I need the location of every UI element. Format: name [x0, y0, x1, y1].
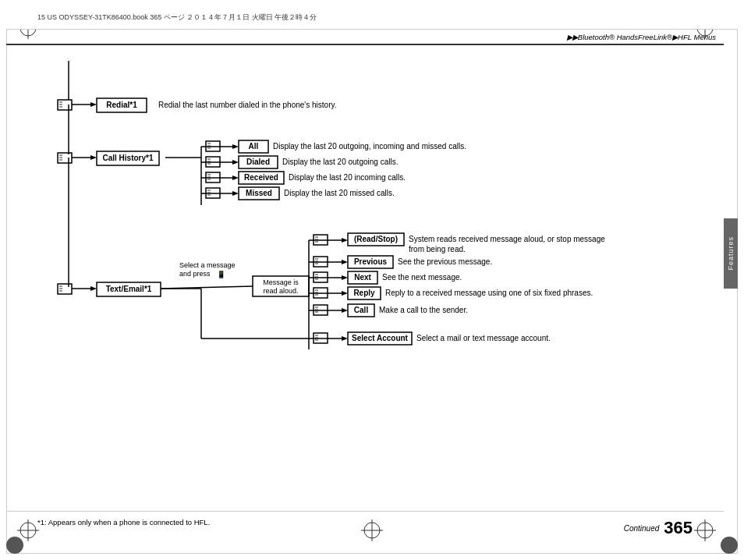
svg-text:Display the last 20 outgoing c: Display the last 20 outgoing calls.: [282, 158, 398, 166]
page-title: ▶▶Bluetooth® HandsFreeLink®▶HFL Menus: [567, 33, 716, 41]
svg-text:Call: Call: [354, 306, 369, 314]
page-title-bar: ▶▶Bluetooth® HandsFreeLink®▶HFL Menus: [6, 30, 724, 45]
hfl-diagram: Redial*1 Redial the last number dialed i…: [30, 61, 700, 365]
svg-text:Make a call to the sender.: Make a call to the sender.: [379, 306, 468, 314]
svg-text:Reply to a received message us: Reply to a received message using one of…: [385, 289, 593, 297]
svg-rect-77: [58, 284, 72, 294]
svg-text:See the next message.: See the next message.: [382, 273, 462, 282]
footer-page: Continued 365: [624, 518, 693, 538]
sidebar-label: Features: [727, 236, 735, 271]
svg-text:Next: Next: [354, 273, 371, 282]
svg-marker-122: [342, 275, 348, 280]
continued-label: Continued: [624, 524, 660, 533]
svg-marker-142: [342, 308, 348, 313]
svg-text:Received: Received: [244, 173, 278, 182]
svg-rect-16: [58, 100, 72, 110]
svg-text:Reply: Reply: [353, 289, 375, 297]
svg-marker-52: [232, 160, 239, 165]
svg-marker-72: [232, 191, 239, 196]
svg-text:Call History*1: Call History*1: [102, 154, 153, 162]
svg-rect-26: [58, 153, 72, 163]
svg-text:📱: 📱: [217, 270, 226, 279]
svg-line-157: [161, 286, 253, 289]
page-number: 365: [664, 518, 693, 538]
svg-marker-31: [90, 155, 97, 160]
svg-text:read aloud.: read aloud.: [263, 287, 298, 295]
footer: *1: Appears only when a phone is connect…: [6, 511, 724, 554]
svg-text:(Read/Stop): (Read/Stop): [354, 235, 398, 243]
svg-text:System reads received message : System reads received message aloud, or …: [409, 235, 605, 243]
svg-text:Missed: Missed: [246, 189, 272, 197]
svg-text:Select Account: Select Account: [352, 334, 409, 342]
svg-marker-82: [90, 286, 97, 291]
svg-marker-132: [342, 291, 348, 296]
svg-text:Select a message: Select a message: [179, 261, 236, 269]
svg-marker-21: [90, 102, 97, 107]
svg-marker-153: [342, 336, 348, 341]
svg-text:from being read.: from being read.: [409, 245, 466, 253]
footer-note: *1: Appears only when a phone is connect…: [37, 518, 624, 526]
svg-text:All: All: [249, 142, 259, 151]
svg-text:Display the last 20 outgoing, : Display the last 20 outgoing, incoming a…: [273, 142, 466, 151]
svg-text:and press: and press: [179, 270, 211, 278]
svg-marker-42: [232, 144, 239, 149]
main-content: Redial*1 Redial the last number dialed i…: [6, 45, 724, 513]
svg-text:Message is: Message is: [263, 278, 299, 286]
svg-text:Display the last 20 incoming c: Display the last 20 incoming calls.: [289, 173, 406, 182]
footnote-text: *1: Appears only when a phone is connect…: [37, 518, 210, 526]
svg-marker-112: [342, 260, 348, 264]
svg-text:Previous: Previous: [354, 257, 388, 266]
svg-text:Redial the last number dialed : Redial the last number dialed in the pho…: [158, 101, 337, 109]
svg-text:Display the last 20 missed cal: Display the last 20 missed calls.: [284, 189, 395, 197]
svg-text:Text/Email*1: Text/Email*1: [106, 285, 152, 293]
svg-text:Dialed: Dialed: [246, 158, 270, 166]
svg-text:Select a mail or text message : Select a mail or text message account.: [416, 334, 551, 342]
svg-text:See the previous message.: See the previous message.: [398, 257, 492, 266]
file-info: 15 US ODYSSEY-31TK86400.book 365 ページ ２０１…: [37, 12, 317, 23]
top-header: 15 US ODYSSEY-31TK86400.book 365 ページ ２０１…: [6, 6, 738, 30]
svg-marker-101: [342, 238, 348, 243]
sidebar-tab: Features: [724, 218, 738, 289]
svg-marker-62: [232, 175, 239, 180]
svg-text:Redial*1: Redial*1: [106, 101, 137, 109]
